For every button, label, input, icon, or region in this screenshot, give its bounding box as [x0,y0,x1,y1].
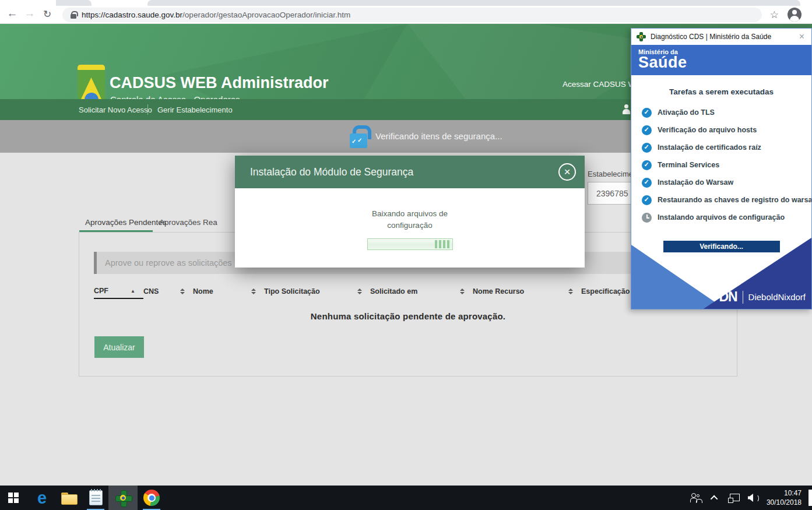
browser-profile-icon[interactable] [788,8,802,22]
security-module-modal: Instalação do Módulo de Segurança × Baix… [235,156,585,268]
column-header-solicitado-em[interactable]: Solicitado em [370,284,473,299]
check-circle-icon: ✓ [642,195,652,205]
task-label: Restaurando as chaves de registro do war… [658,196,812,204]
check-circle-icon: ✓ [642,108,652,118]
back-icon[interactable]: ← [5,7,20,20]
https-lock-icon [71,11,76,19]
task-label: Instalação de certificados raíz [658,143,761,152]
task-item: ✓ Terminal Services [642,156,811,174]
modal-status-line1: Baixando arquivos de [235,208,585,220]
url-text[interactable]: https://cadastro.saude.gov.br/operador/g… [82,10,350,19]
progress-marquee [435,240,451,248]
taskbar-edge-icon[interactable]: e [29,486,55,510]
reload-icon[interactable]: ↻ [40,8,55,20]
dn-logo-divider [743,291,743,304]
sort-icon[interactable] [460,289,465,294]
task-label: Instalando arquivos de configuração [658,213,785,221]
column-header-tipo-solicitacao[interactable]: Tipo Solicitação [264,284,370,299]
diagnostic-cds-window: Diagnóstico CDS | Ministério da Saúde × … [631,28,812,309]
sort-icon[interactable] [180,289,185,294]
taskbar-cds-diagnostic-icon-active[interactable] [108,486,138,510]
sort-icon[interactable] [251,289,256,294]
network-icon[interactable] [728,494,739,502]
modal-title: Instalação do Módulo de Segurança [250,166,413,178]
bookmark-star-icon[interactable]: ☆ [770,9,779,21]
tab-aprovacoes-realizadas[interactable]: Aprovações Rea [159,218,217,227]
volume-icon[interactable] [748,494,758,502]
tray-chevron-up-icon[interactable] [711,495,718,502]
column-label: Nome [193,287,213,296]
sus-logo-top [78,65,105,70]
edge-icon: e [37,490,47,507]
modal-header: Instalação do Módulo de Segurança [235,156,585,188]
taskbar-notepad-icon[interactable] [83,486,108,510]
address-bar[interactable]: https://cadastro.saude.gov.br/operador/g… [62,8,762,22]
page-title: CADSUS WEB Administrador [110,74,329,92]
task-item: ✓ Verificação do arquivo hosts [642,121,811,139]
modal-status-text: Baixando arquivos de configuração [235,208,585,231]
column-label: Especificação [581,287,630,296]
browser-tab-partial[interactable] [56,0,92,6]
diagnostic-window-title: Diagnóstico CDS | Ministério da Saúde [651,33,797,41]
forward-icon[interactable]: → [22,7,37,20]
check-circle-icon: ✓ [642,143,652,153]
url-host: https://cadastro.saude.gov.br [82,10,182,19]
column-header-cpf[interactable]: CPF ▲ [94,284,143,299]
table-header-row: CPF ▲ CNS Nome Tipo Solicitação Solicita… [94,284,723,299]
modal-close-icon[interactable]: × [558,163,576,181]
action-center-icon[interactable] [809,490,812,506]
tray-date: 30/10/2018 [767,498,802,507]
refresh-button[interactable]: Atualizar [94,336,144,358]
task-list: ✓ Ativação do TLS ✓ Verificação do arqui… [642,104,811,226]
url-path: /operador/gestaoAprovacaoOperador/inicia… [182,10,350,19]
column-label: Tipo Solicitação [264,287,320,296]
browser-tab-partial[interactable] [147,0,800,6]
verifying-button[interactable]: Verificando... [663,241,780,252]
empty-table-message: Nenhuma solicitação pendente de aprovaçã… [79,311,737,321]
taskbar-clock[interactable]: 10:47 30/10/2018 [767,488,802,507]
nav-item-solicitar-novo-acesso[interactable]: Solicitar Novo Acesso [79,105,152,114]
cds-cross-icon [637,32,646,41]
column-label: Nome Recurso [473,287,524,296]
people-tray-icon[interactable] [690,493,703,502]
task-item: Instalando arquivos de configuração [642,209,811,226]
diagnostic-titlebar[interactable]: Diagnóstico CDS | Ministério da Saúde × [631,29,811,45]
browser-toolbar: ← → ↻ https://cadastro.saude.gov.br/oper… [0,6,812,24]
sus-logo [78,65,105,99]
access-cadsus-link[interactable]: Acessar CADSUS We [563,80,640,89]
ministerio-saude-banner: Ministério da Saúde [631,45,811,75]
column-header-nome-recurso[interactable]: Nome Recurso [473,284,581,299]
modal-status-line2: configuração [235,220,585,231]
column-header-nome[interactable]: Nome [193,284,264,299]
check-circle-icon: ✓ [642,160,652,170]
sort-icon[interactable] [568,289,573,294]
column-label: Solicitado em [370,287,417,296]
taskbar-chrome-icon[interactable] [139,486,164,510]
dn-logo-mark: DN [719,289,737,305]
nav-item-gerir-estabelecimento[interactable]: Gerir Estabelecimento [157,105,233,114]
taskbar-file-explorer-icon[interactable] [56,486,82,510]
column-header-cns[interactable]: CNS [143,284,193,299]
start-button[interactable] [0,486,27,510]
task-item: ✓ Instalação de certificados raíz [642,139,811,156]
brand-saude: Saúde [638,54,811,72]
windows-logo-icon [8,493,19,503]
task-label: Terminal Services [658,161,719,169]
diebold-nixdorf-logo: DN DieboldNixdorf [719,289,806,305]
download-progress-bar [367,238,453,250]
clock-icon [642,213,652,223]
nav-divider [147,104,148,115]
security-lock-body: ✓ ✓ [350,133,367,148]
sort-asc-icon[interactable]: ▲ [131,289,135,294]
security-banner-text: Verificando itens de segurança... [375,131,502,141]
tab-aprovacoes-pendentes[interactable]: Aprovações Pendentes [85,218,167,227]
sort-icon[interactable] [357,289,362,294]
notepad-icon [89,490,103,505]
folder-icon [61,493,76,504]
user-icon[interactable] [622,104,630,114]
column-label: CPF [94,287,108,295]
task-label: Ativação do TLS [658,108,715,117]
tasks-heading: Tarefas a serem executadas [631,87,811,96]
check-circle-icon: ✓ [642,178,652,188]
diagnostic-close-icon[interactable]: × [797,31,806,42]
